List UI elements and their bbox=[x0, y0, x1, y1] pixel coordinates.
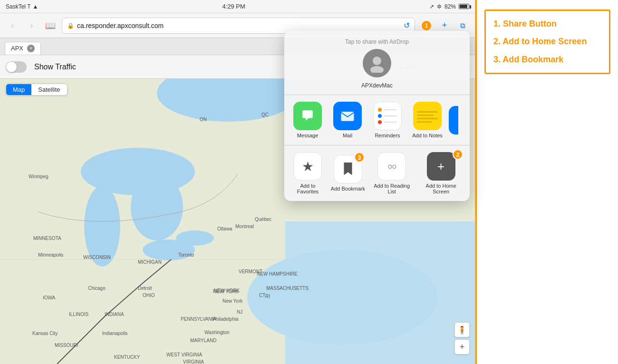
svg-rect-1 bbox=[285, 221, 475, 364]
map-label: Kansas City bbox=[32, 331, 58, 336]
svg-point-5 bbox=[143, 239, 195, 260]
zoom-in-button[interactable]: + bbox=[454, 339, 470, 354]
home-screen-label: Add to Home Screen bbox=[417, 183, 465, 194]
map-toggle: Map Satellite bbox=[6, 84, 68, 96]
svg-point-9 bbox=[373, 57, 381, 65]
apps-row: Message Mail Reminders bbox=[284, 95, 470, 145]
instruction-2-text: 2. Add to Home Screen bbox=[493, 37, 587, 46]
map-label: NEW YORK bbox=[213, 289, 239, 294]
battery-icon bbox=[459, 4, 469, 9]
map-label: ILLINOIS bbox=[69, 312, 88, 317]
map-label: MASSACHUSETTS bbox=[266, 286, 309, 291]
map-label: VERMONT bbox=[239, 269, 262, 274]
map-label: OHIO bbox=[143, 293, 155, 298]
instructions-box: 1. Share Button 2. Add to Home Screen 3.… bbox=[484, 10, 610, 74]
map-label: IOWA bbox=[43, 295, 55, 300]
add-bookmark-action[interactable]: 3 Add Bookmark bbox=[329, 155, 367, 192]
arrow-icon: ↗ bbox=[429, 3, 434, 10]
notes-icon bbox=[413, 102, 442, 130]
instruction-3-text: 3. Add Bookmark bbox=[493, 55, 563, 64]
map-label: Chicago bbox=[88, 286, 106, 291]
map-label: Ottawa bbox=[217, 226, 232, 231]
reminders-app-item[interactable]: Reminders bbox=[369, 102, 406, 138]
svg-point-3 bbox=[84, 186, 120, 267]
status-left: SaskTel T ▲ bbox=[6, 3, 38, 10]
map-label: QC bbox=[261, 112, 269, 117]
status-time: 4:29 PM bbox=[222, 3, 245, 10]
satellite-button[interactable]: Satellite bbox=[31, 84, 67, 95]
map-label: ON bbox=[200, 117, 207, 122]
tab-close-button[interactable]: × bbox=[27, 45, 35, 52]
map-label: RI bbox=[265, 294, 270, 299]
map-label: Montreal bbox=[235, 224, 254, 229]
svg-point-4 bbox=[131, 174, 183, 240]
map-label: New York bbox=[222, 298, 242, 304]
map-label: Québec bbox=[255, 217, 271, 222]
lock-icon: 🔒 bbox=[67, 22, 74, 29]
mail-label: Mail bbox=[343, 133, 352, 138]
map-label: VIRGINIA bbox=[183, 359, 204, 364]
notes-label: Add to Notes bbox=[412, 133, 443, 138]
reload-icon[interactable]: ↺ bbox=[404, 21, 410, 30]
map-label: Washington bbox=[204, 330, 229, 335]
map-label: NEW HAMPSHIRE bbox=[257, 271, 298, 277]
reminders-icon bbox=[373, 102, 402, 130]
map-label: INDIANA bbox=[105, 312, 124, 317]
more-app-item[interactable] bbox=[449, 106, 458, 134]
forward-button[interactable]: › bbox=[24, 18, 39, 33]
home-screen-icon: + bbox=[427, 152, 455, 181]
message-app-item[interactable]: Message bbox=[289, 102, 326, 138]
instruction-item-1: 1. Share Button bbox=[493, 19, 601, 29]
share-badge: 1 bbox=[422, 21, 431, 30]
mail-app-item[interactable]: Mail bbox=[329, 102, 366, 138]
instruction-item-3: 3. Add Bookmark bbox=[493, 54, 601, 65]
traffic-toggle[interactable] bbox=[6, 61, 27, 73]
map-label: Toronto bbox=[178, 252, 194, 258]
notes-app-item[interactable]: Add to Notes bbox=[409, 102, 446, 138]
add-home-screen-action[interactable]: 2 + Add to Home Screen bbox=[417, 152, 465, 194]
map-label: Minneapolis bbox=[38, 252, 63, 258]
map-label: Philadelphia bbox=[212, 316, 239, 322]
map-label: KENTUCKY bbox=[114, 354, 140, 360]
map-controls: 🧍 + bbox=[454, 322, 470, 354]
map-label: NEW YORK bbox=[214, 288, 240, 293]
mail-icon bbox=[333, 102, 362, 130]
add-reading-list-action[interactable]: ○○ Add to Reading List bbox=[369, 152, 415, 194]
reading-list-label: Add to Reading List bbox=[369, 183, 415, 194]
tap-to-share-label: Tap to share with AirDrop bbox=[345, 38, 409, 45]
tab-item[interactable]: APX × bbox=[5, 42, 41, 55]
reminders-label: Reminders bbox=[375, 133, 400, 138]
svg-point-8 bbox=[157, 79, 299, 122]
map-label: CT bbox=[259, 293, 265, 298]
map-label: MISSOURI bbox=[55, 343, 78, 348]
status-bar: SaskTel T ▲ 4:29 PM ↗ ✲ 82% bbox=[0, 0, 475, 13]
message-icon bbox=[293, 102, 322, 130]
add-favorites-action[interactable]: ★ Add to Favorites bbox=[289, 152, 327, 194]
map-label: MICHIGAN bbox=[138, 259, 162, 265]
tab-label: APX bbox=[11, 45, 23, 52]
map-label: Indianapolis bbox=[102, 331, 127, 336]
instruction-item-2: 2. Add to Home Screen bbox=[493, 36, 601, 47]
message-label: Message bbox=[297, 133, 319, 138]
instruction-1-text: 1. Share Button bbox=[493, 19, 557, 29]
airdrop-row: Tap to share with AirDrop APXdevMac bbox=[284, 31, 470, 95]
map-label: PENNSYLVANIA bbox=[181, 316, 216, 322]
airdrop-avatar bbox=[363, 49, 391, 77]
wifi-icon: ▲ bbox=[32, 3, 38, 10]
right-panel: 1. Share Button 2. Add to Home Screen 3.… bbox=[475, 0, 618, 364]
back-button[interactable]: ‹ bbox=[5, 18, 20, 33]
street-view-button[interactable]: 🧍 bbox=[454, 322, 470, 337]
url-text: ca.responder.apxconsult.com bbox=[77, 22, 164, 29]
map-label: WISCONSIN bbox=[83, 255, 111, 260]
map-label: Detroit bbox=[138, 286, 152, 291]
show-traffic-label: Show Traffic bbox=[34, 63, 76, 71]
map-label: Winnipeg bbox=[29, 174, 48, 179]
svg-point-7 bbox=[247, 250, 437, 345]
bookmarks-icon[interactable]: 📖 bbox=[43, 18, 58, 33]
map-button[interactable]: Map bbox=[6, 84, 31, 95]
share-sheet: Tap to share with AirDrop APXdevMac Mess… bbox=[284, 31, 470, 201]
carrier-label: SaskTel T bbox=[6, 3, 30, 10]
actions-row: ★ Add to Favorites 3 Add Bookmark ○○ Add… bbox=[284, 145, 470, 201]
toggle-knob bbox=[6, 62, 17, 72]
favorites-icon: ★ bbox=[293, 152, 322, 181]
